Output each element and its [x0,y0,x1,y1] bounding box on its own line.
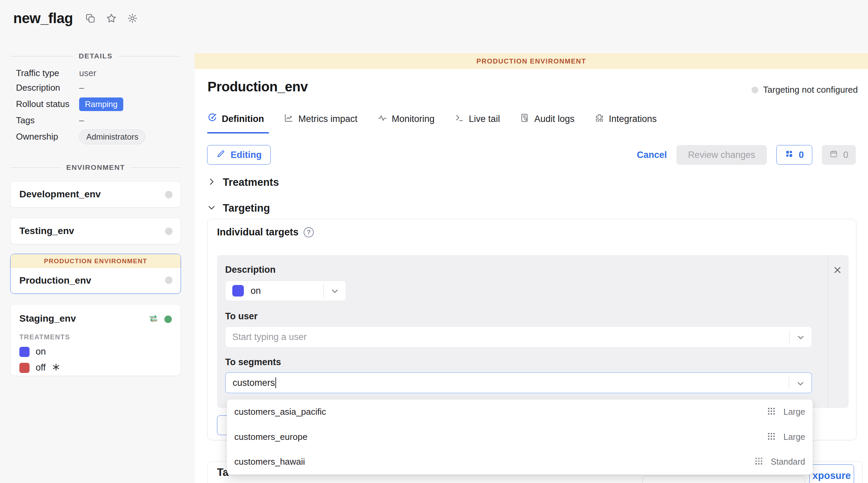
tab-monitoring[interactable]: Monitoring [377,113,435,125]
env-card-testing[interactable]: Testing_env [10,218,181,244]
segment-option-hawaii[interactable]: customers_hawaii Standard [227,449,813,475]
treatment-on-swatch [232,285,244,297]
active-tab-underline [207,132,269,133]
detail-row-rollout-status: Rollout status Ramping [16,95,181,113]
grid-icon [785,149,794,161]
segment-size-grid-icon [767,432,776,442]
metrics-chart-icon [284,113,294,125]
rollout-status-badge[interactable]: Ramping [79,97,123,111]
segment-size-grid-partial-icon [754,457,763,467]
pending-changes-button[interactable]: 0 [776,145,812,165]
details-heading: DETAILS [79,52,112,60]
chevron-down-icon [796,379,805,390]
tab-metrics-impact[interactable]: Metrics impact [284,113,357,125]
segment-option-europe[interactable]: customers_europe Large [227,425,813,450]
description-label: Description [225,265,849,275]
treatment-on-swatch [19,347,30,357]
close-icon[interactable] [831,263,844,277]
chevron-right-icon [207,177,216,187]
production-environment-banner: PRODUCTION ENVIRONMENT [195,53,868,69]
pulse-icon [377,113,387,125]
flag-name: new_flag [13,10,73,26]
segment-size-grid-icon [767,407,776,417]
copy-icon[interactable] [85,13,96,24]
star-icon[interactable] [106,13,117,24]
treatments-section-toggle[interactable]: Treatments [207,176,279,189]
sidebar: DETAILS Traffic type user Description – … [10,51,181,483]
gear-icon[interactable] [127,13,138,24]
audit-log-icon [520,113,530,125]
tab-live-tail[interactable]: Live tail [454,113,500,125]
chevron-down-icon [207,203,216,213]
terminal-icon [454,113,465,125]
treatment-off-row: off [19,362,172,373]
calendar-icon [829,149,838,161]
treatments-heading: TREATMENTS [19,333,172,341]
tab-integrations[interactable]: Integrations [594,113,657,125]
to-user-label: To user [225,311,849,322]
segments-dropdown: customers_asia_pacific Large customers_e… [227,399,813,475]
treatment-select[interactable]: on [225,281,346,301]
chevron-down-icon [330,286,340,297]
env-card-development[interactable]: Development_env [10,181,181,208]
individual-targets-heading: Individual targets [217,227,299,238]
to-user-input[interactable] [232,332,762,342]
definition-icon [207,113,217,125]
to-segments-label: To segments [225,357,849,368]
detail-row-tags: Tags – [16,113,181,128]
tab-definition[interactable]: Definition [207,113,264,125]
treatment-off-swatch [19,363,30,373]
env-status-dot [165,191,173,198]
main-panel: PRODUCTION ENVIRONMENT Production_env Ta… [195,53,868,483]
to-segments-input[interactable]: customers [225,372,812,393]
tab-bar: Definition Metrics impact Monitoring Liv… [207,113,657,125]
exposure-button-partial[interactable]: xposure [809,464,854,483]
detail-row-traffic-type: Traffic type user [16,66,181,80]
treatment-on-row: on [19,346,172,357]
environment-heading: ENVIRONMENT [66,163,125,172]
rule-divider [828,255,828,408]
env-status-dot [165,276,173,284]
segment-option-asia-pacific[interactable]: customers_asia_pacific Large [227,399,813,425]
text-cursor [275,377,276,388]
cancel-link[interactable]: Cancel [637,150,667,160]
chevron-down-icon [796,333,806,343]
transfer-arrows-icon [148,314,159,325]
target-rule-card: Description on To user To segments custo… [217,255,849,408]
help-icon[interactable]: ? [304,227,314,237]
page-title: Production_env [207,79,308,94]
flag-page: new_flag DETAILS Traffic type user Descr… [0,0,868,483]
env-card-staging[interactable]: Staging_env TREATMENTS on off [10,304,181,376]
detail-row-description: Description – [16,80,181,95]
status-dot [752,87,758,93]
ownership-badge[interactable]: Administrators [79,129,145,144]
env-active-dot [164,316,172,323]
environment-section-header: ENVIRONMENT [10,163,181,172]
targeting-section-toggle[interactable]: Targeting [207,202,270,214]
tab-audit-logs[interactable]: Audit logs [520,113,575,125]
page-header: new_flag [13,10,138,26]
pencil-icon [216,149,225,161]
editing-button[interactable]: Editing [207,145,271,165]
details-list: Traffic type user Description – Rollout … [16,66,181,146]
env-card-production[interactable]: PRODUCTION ENVIRONMENT Production_env [10,254,181,294]
default-treatment-asterisk-icon [52,363,60,373]
detail-row-ownership: Ownership Administrators [16,128,181,146]
puzzle-icon [594,113,604,125]
details-section-header: DETAILS [10,52,181,60]
targeting-status: Targeting not configured [752,85,858,95]
env-status-dot [165,228,173,235]
scheduled-changes-button[interactable]: 0 [822,145,856,165]
review-changes-button[interactable]: Review changes [676,145,767,165]
outlined-button-partial[interactable] [642,476,805,483]
production-environment-banner: PRODUCTION ENVIRONMENT [11,254,181,268]
to-user-input-wrap [225,326,812,347]
